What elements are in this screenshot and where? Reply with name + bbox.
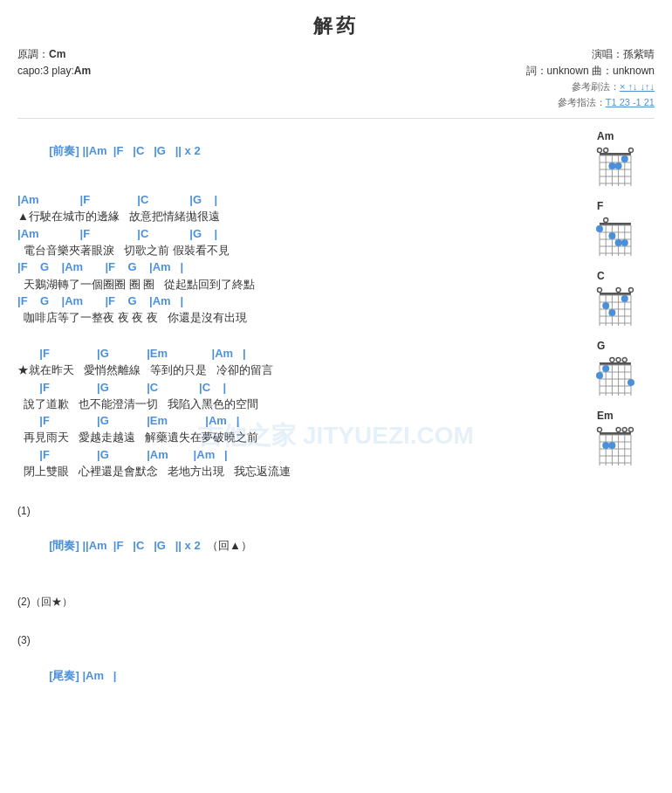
interlude-line: [間奏] ||Am |F |C |G || x 2 （回▲） [17, 521, 572, 572]
interlude-note: （回▲） [201, 539, 252, 552]
ref-finger-line: 參考指法：T1 23 -1 21 [526, 95, 655, 111]
svg-point-30 [604, 217, 608, 222]
repeat3-section: (3) [尾奏] |Am | [17, 632, 572, 701]
ref-strum-label: 參考刷法： [572, 81, 620, 92]
meta-left: 原調：Cm capo:3 play:Am [17, 46, 91, 111]
svg-point-84 [616, 427, 621, 431]
capo-label: capo:3 play: [17, 65, 74, 77]
chorus-chord-row-4: |F |G |Am |Am | [17, 447, 572, 463]
lyrics-area: [前奏] ||Am |F |C |G || x 2 |Am |F |C |G |… [17, 126, 576, 708]
chord-g-diagram [593, 354, 638, 399]
divider-top [17, 118, 655, 119]
svg-point-16 [615, 162, 622, 169]
song-title: 解药 [17, 13, 655, 39]
svg-point-50 [602, 302, 609, 309]
svg-point-31 [596, 225, 603, 232]
svg-point-32 [608, 232, 615, 239]
outro-chords: |Am | [79, 669, 117, 682]
verse1-chord-row-2: |Am |F |C |G | [17, 226, 572, 242]
svg-point-15 [608, 162, 615, 169]
svg-point-85 [622, 427, 627, 431]
svg-point-49 [629, 287, 634, 292]
svg-point-13 [604, 148, 608, 152]
chorus-chord-row-1: |F |G |Em |Am | [17, 346, 572, 362]
capo-key: Am [74, 65, 91, 77]
svg-point-12 [598, 148, 602, 152]
svg-point-87 [602, 442, 609, 449]
svg-point-47 [598, 287, 602, 292]
singer-line: 演唱：孫紫晴 [526, 46, 655, 63]
chord-diagrams: Am [576, 126, 655, 708]
chord-em-diagram [593, 424, 638, 469]
svg-point-33 [615, 239, 622, 246]
singer-name: 孫紫晴 [623, 48, 655, 60]
svg-point-66 [616, 357, 621, 362]
chord-f-diagram [593, 214, 638, 259]
verse1-lyric-3: 天鵝湖轉了一個圈圈 圈 圈 從起點回到了終點 [17, 276, 572, 293]
chord-am-label: Am [597, 130, 614, 142]
svg-point-70 [627, 379, 634, 386]
svg-point-34 [621, 239, 628, 246]
ref-finger-link[interactable]: T1 23 -1 21 [606, 97, 655, 107]
meta-section: 原調：Cm capo:3 play:Am 演唱：孫紫晴 詞：unknown 曲：… [17, 46, 655, 111]
chorus-lyric-1: ★就在昨天 愛悄然離線 等到的只是 冷卻的留言 [17, 362, 572, 379]
chord-f-label: F [597, 200, 603, 212]
svg-point-67 [622, 357, 627, 362]
svg-point-17 [621, 155, 628, 162]
original-key: Cm [49, 48, 65, 60]
interlude-chords: ||Am |F |C |G || x 2 [79, 539, 201, 552]
verse1-lyric-1: ▲行駛在城市的邊緣 故意把情緒拋很遠 [17, 208, 572, 225]
ref-strum-line: 參考刷法：× ↑↓ ↓↑↓ [526, 79, 655, 95]
svg-point-14 [629, 148, 634, 152]
svg-point-88 [608, 442, 615, 449]
lyricist-label: 詞：unknown [526, 65, 589, 77]
chorus-lyric-2: 說了道歉 也不能澄清一切 我陷入黑色的空間 [17, 396, 572, 413]
content-area: [前奏] ||Am |F |C |G || x 2 |Am |F |C |G |… [17, 126, 655, 708]
chord-am-diagram [593, 144, 638, 190]
svg-point-48 [616, 287, 621, 292]
intro-bracket: [前奏] [49, 144, 79, 157]
chorus-lyric-4: 閉上雙眼 心裡還是會默念 老地方出現 我忘返流連 [17, 463, 572, 480]
svg-point-68 [596, 372, 603, 379]
chorus-section: |F |G |Em |Am | ★就在昨天 愛悄然離線 等到的只是 冷卻的留言 … [17, 346, 572, 480]
capo-line: capo:3 play:Am [17, 63, 91, 79]
chord-em-label: Em [597, 410, 614, 422]
chorus-lyric-3: 再見雨天 愛越走越遠 解藥遺失在夢破曉之前 [17, 429, 572, 446]
lyricist-composer-line: 詞：unknown 曲：unknown [526, 63, 655, 79]
svg-point-65 [610, 357, 614, 362]
meta-right: 演唱：孫紫晴 詞：unknown 曲：unknown 參考刷法：× ↑↓ ↓↑↓… [526, 46, 655, 111]
singer-label: 演唱： [592, 48, 623, 60]
interlude-number: (1) [17, 503, 572, 519]
chord-g-label: G [597, 340, 605, 352]
ref-finger-label: 參考指法： [558, 97, 606, 107]
intro-line: [前奏] ||Am |F |C |G || x 2 [17, 126, 572, 177]
verse1-chord-row-1: |Am |F |C |G | [17, 192, 572, 208]
svg-point-69 [602, 365, 609, 372]
chord-c: C [593, 270, 638, 329]
verse1-section: |Am |F |C |G | ▲行駛在城市的邊緣 故意把情緒拋很遠 |Am |F… [17, 192, 572, 327]
svg-point-86 [629, 427, 634, 431]
outro-line: [尾奏] |Am | [17, 650, 572, 701]
verse1-lyric-2: 電台音樂夾著眼淚 切歌之前 假裝看不見 [17, 242, 572, 259]
chord-am: Am [593, 130, 638, 190]
outro-bracket: [尾奏] [49, 669, 79, 682]
verse1-lyric-4: 咖啡店等了一整夜 夜 夜 夜 你還是沒有出現 [17, 309, 572, 327]
repeat2-section: (2)（回★） [17, 594, 572, 610]
composer-label: 曲：unknown [592, 65, 655, 77]
chord-c-diagram [593, 284, 638, 329]
intro-section: [前奏] ||Am |F |C |G || x 2 [17, 126, 572, 177]
verse1-chord-row-4: |F G |Am |F G |Am | [17, 293, 572, 309]
interlude-section: (1) [間奏] ||Am |F |C |G || x 2 （回▲） [17, 503, 572, 572]
verse1-chord-row-3: |F G |Am |F G |Am | [17, 259, 572, 275]
chorus-chord-row-2: |F |G |C |C | [17, 380, 572, 396]
original-key-label: 原調： [17, 48, 49, 60]
page: 解药 原調：Cm capo:3 play:Am 演唱：孫紫晴 詞：unknown… [0, 0, 672, 793]
svg-point-52 [608, 309, 615, 316]
chord-f: F [593, 200, 638, 259]
svg-point-51 [621, 295, 628, 302]
chorus-chord-row-3: |F |G |Em |Am | [17, 413, 572, 429]
repeat2-note: (2)（回★） [17, 594, 572, 610]
original-key-line: 原調：Cm [17, 46, 91, 63]
intro-chords: ||Am |F |C |G || x 2 [79, 144, 201, 157]
ref-strum-link[interactable]: × ↑↓ ↓↑↓ [620, 81, 655, 92]
